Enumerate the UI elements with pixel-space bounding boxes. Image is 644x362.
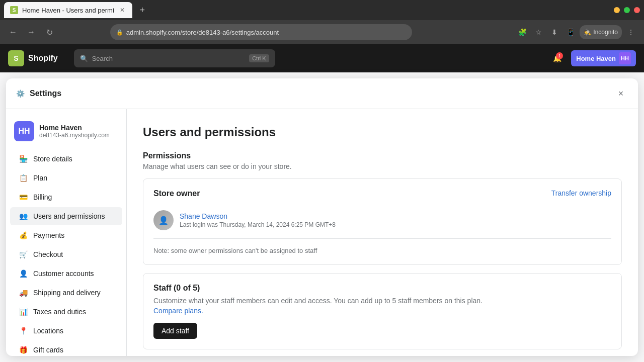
add-staff-button[interactable]: Add staff (153, 323, 197, 339)
sidebar-item-store-details[interactable]: 🏪 Store details (10, 150, 122, 168)
sidebar-item-billing[interactable]: 💳 Billing (10, 188, 122, 206)
download-icon[interactable]: ⬇ (547, 25, 561, 39)
sidebar-item-plan[interactable]: 📋 Plan (10, 169, 122, 187)
store-name-label: Home Haven (576, 55, 616, 62)
sidebar-label-billing: Billing (33, 193, 52, 201)
sidebar-label-shipping-delivery: Shipping and delivery (33, 289, 101, 297)
settings-sidebar: HH Home Haven de8143-a6.myshopify.com 🏪 … (6, 109, 127, 356)
more-options-icon[interactable]: ⋮ (624, 25, 638, 39)
gift-cards-icon: 🎁 (18, 345, 28, 355)
store-avatar: HH (619, 52, 631, 64)
incognito-hat-icon: 🕵️ (584, 29, 591, 36)
sidebar-item-users-permissions[interactable]: 👥 Users and permissions (10, 207, 122, 225)
notification-button[interactable]: 🔔 1 (549, 50, 565, 66)
back-button[interactable]: ← (6, 25, 20, 39)
store-owner-header: Store owner Transfer ownership (153, 189, 611, 202)
owner-note: Note: some owner permissions can't be as… (153, 238, 611, 254)
sidebar-navigation: 🏪 Store details 📋 Plan 💳 Billing 👥 Users… (6, 149, 126, 356)
search-placeholder: Search (92, 55, 113, 62)
shopify-logo-icon: S (8, 50, 24, 66)
store-owner-card: Store owner Transfer ownership 👤 Shane D… (143, 178, 622, 265)
sidebar-label-plan: Plan (33, 174, 47, 182)
shopify-topbar: S Shopify 🔍 Search Ctrl K 🔔 1 Home Haven… (0, 44, 644, 72)
settings-main-content: Users and permissions Permissions Manage… (127, 109, 638, 356)
extension-icon[interactable]: 🧩 (515, 25, 529, 39)
new-tab-button[interactable]: + (136, 4, 148, 16)
active-tab[interactable]: S Home Haven - Users and permi ✕ (4, 2, 132, 18)
taxes-icon: 📊 (18, 307, 28, 317)
settings-title: Settings (30, 89, 61, 98)
incognito-label: Incognito (593, 29, 618, 36)
users-icon: 👥 (18, 211, 28, 221)
checkout-icon: 🛒 (18, 249, 28, 259)
lock-icon: 🔒 (116, 29, 123, 36)
shipping-icon: 🚚 (18, 288, 28, 298)
permissions-section-desc: Manage what users can see or do in your … (143, 162, 622, 170)
notification-badge: 1 (556, 52, 563, 59)
sidebar-label-customer-accounts: Customer accounts (33, 269, 94, 278)
minimize-button[interactable] (614, 7, 620, 13)
owner-info: 👤 Shane Dawson Last login was Thursday, … (153, 210, 611, 230)
sidebar-item-checkout[interactable]: 🛒 Checkout (10, 245, 122, 263)
cast-icon[interactable]: 📱 (564, 25, 578, 39)
bookmark-icon[interactable]: ☆ (531, 25, 545, 39)
address-text: admin.shopify.com/store/de8143-a6/settin… (126, 29, 279, 36)
sidebar-item-gift-cards[interactable]: 🎁 Gift cards (10, 341, 122, 356)
settings-close-button[interactable]: × (614, 86, 628, 101)
transfer-ownership-link[interactable]: Transfer ownership (551, 189, 611, 197)
sidebar-label-checkout: Checkout (33, 250, 63, 258)
staff-count-label: Staff (0 of 5) (153, 284, 611, 293)
search-bar[interactable]: 🔍 Search Ctrl K (74, 49, 275, 67)
close-window-button[interactable] (634, 7, 640, 13)
sidebar-item-taxes-duties[interactable]: 📊 Taxes and duties (10, 303, 122, 321)
gear-icon: ⚙️ (16, 89, 25, 98)
store-details-icon: 🏪 (18, 154, 28, 164)
sidebar-item-payments[interactable]: 💰 Payments (10, 226, 122, 244)
refresh-button[interactable]: ↻ (42, 25, 56, 39)
shopify-logo-text: Shopify (28, 54, 58, 63)
sidebar-label-locations: Locations (33, 327, 63, 335)
sidebar-label-store-details: Store details (33, 155, 72, 163)
sidebar-label-taxes-duties: Taxes and duties (33, 308, 86, 316)
staff-description: Customize what your staff members can ed… (153, 297, 611, 305)
customer-accounts-icon: 👤 (18, 268, 28, 279)
tab-close-button[interactable]: ✕ (118, 6, 126, 14)
payments-icon: 💰 (18, 230, 28, 240)
sidebar-item-customer-accounts[interactable]: 👤 Customer accounts (10, 264, 122, 283)
page-title: Users and permissions (143, 125, 622, 139)
store-menu-button[interactable]: Home Haven HH (571, 50, 636, 66)
settings-panel: ⚙️ Settings × HH Home Haven de8143-a6.my… (6, 78, 638, 356)
incognito-badge[interactable]: 🕵️ Incognito (580, 25, 622, 39)
sidebar-item-shipping-delivery[interactable]: 🚚 Shipping and delivery (10, 284, 122, 302)
sidebar-store-details: Home Haven de8143-a6.myshopify.com (39, 124, 110, 139)
sidebar-label-payments: Payments (33, 231, 64, 239)
locations-icon: 📍 (18, 326, 28, 336)
sidebar-store-name: Home Haven (39, 124, 110, 132)
compare-plans-link[interactable]: Compare plans. (153, 307, 203, 315)
tab-title: Home Haven - Users and permi (22, 7, 114, 14)
search-shortcut: Ctrl K (249, 54, 269, 62)
store-owner-label: Store owner (153, 189, 200, 198)
sidebar-item-locations[interactable]: 📍 Locations (10, 322, 122, 340)
avatar-image: 👤 (153, 210, 174, 230)
owner-last-login: Last login was Thursday, March 14, 2024 … (180, 221, 336, 228)
sidebar-store-url: de8143-a6.myshopify.com (39, 132, 110, 139)
maximize-button[interactable] (624, 7, 630, 13)
settings-body: HH Home Haven de8143-a6.myshopify.com 🏪 … (6, 109, 638, 356)
topbar-right: 🔔 1 Home Haven HH (549, 50, 636, 66)
address-bar[interactable]: 🔒 admin.shopify.com/store/de8143-a6/sett… (110, 24, 412, 40)
store-info: HH Home Haven de8143-a6.myshopify.com (6, 117, 126, 149)
owner-avatar: 👤 (153, 210, 174, 230)
plan-icon: 📋 (18, 173, 28, 183)
sidebar-store-logo: HH (14, 121, 34, 141)
settings-header: ⚙️ Settings × (6, 78, 638, 109)
owner-name-link[interactable]: Shane Dawson (180, 212, 227, 220)
permissions-section-title: Permissions (143, 151, 622, 160)
window-controls (614, 7, 640, 13)
shopify-logo[interactable]: S Shopify (8, 50, 58, 66)
sidebar-label-gift-cards: Gift cards (33, 346, 63, 354)
toolbar-actions: 🧩 ☆ ⬇ 📱 🕵️ Incognito ⋮ (515, 25, 638, 39)
search-icon: 🔍 (80, 55, 88, 62)
owner-details: Shane Dawson Last login was Thursday, Ma… (180, 212, 336, 228)
forward-button[interactable]: → (24, 25, 38, 39)
